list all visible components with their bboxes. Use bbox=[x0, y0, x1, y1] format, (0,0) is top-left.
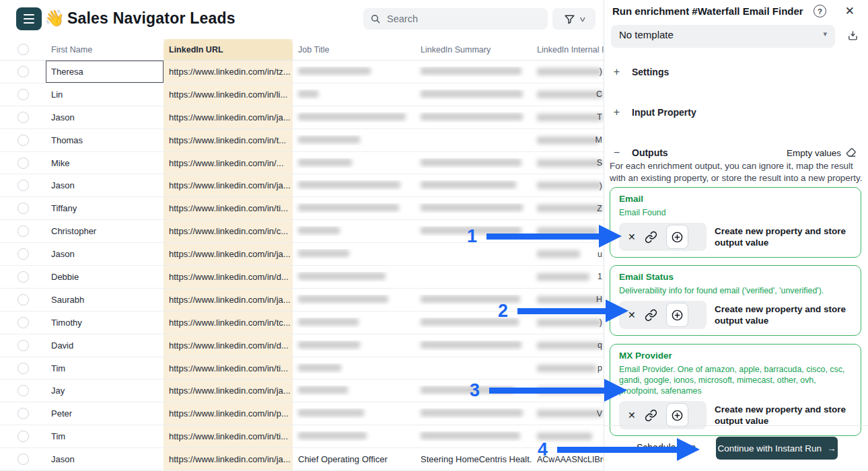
column-header-job-title[interactable]: Job Title bbox=[293, 45, 415, 55]
create-property-button[interactable] bbox=[666, 303, 688, 327]
row-checkbox[interactable] bbox=[17, 112, 29, 123]
linkedin-summary-cell[interactable] bbox=[415, 67, 532, 77]
row-checkbox[interactable] bbox=[17, 317, 29, 328]
linkedin-url-cell[interactable]: https://www.linkedin.com/in/c... bbox=[164, 226, 293, 236]
linkedin-internal-id-cell[interactable]: ) bbox=[532, 312, 604, 334]
row-checkbox[interactable] bbox=[17, 180, 29, 191]
schedule-run-button[interactable]: Schedule Run bbox=[637, 442, 696, 453]
linkedin-url-cell[interactable]: https://www.linkedin.com/in/... bbox=[164, 158, 293, 168]
linkedin-summary-cell[interactable] bbox=[415, 386, 532, 396]
linkedin-url-cell[interactable]: https://www.linkedin.com/in/ja... bbox=[164, 249, 293, 259]
linkedin-internal-id-cell[interactable]: T bbox=[532, 106, 604, 129]
row-checkbox[interactable] bbox=[17, 363, 29, 374]
linkedin-summary-cell[interactable] bbox=[415, 226, 532, 236]
job-title-cell[interactable] bbox=[293, 363, 415, 373]
row-checkbox[interactable] bbox=[17, 385, 29, 396]
first-name-cell[interactable]: Jay bbox=[46, 379, 164, 402]
linkedin-summary-cell[interactable] bbox=[415, 340, 532, 351]
job-title-cell[interactable] bbox=[293, 158, 415, 168]
linkedin-url-cell[interactable]: https://www.linkedin.com/in/ti... bbox=[164, 203, 293, 213]
row-checkbox[interactable] bbox=[17, 135, 29, 146]
job-title-cell[interactable] bbox=[293, 180, 415, 190]
job-title-cell[interactable] bbox=[293, 431, 415, 441]
template-select[interactable]: No template ▾ bbox=[611, 25, 835, 48]
linkedin-internal-id-cell[interactable]: u bbox=[532, 243, 604, 265]
first-name-cell[interactable]: Peter bbox=[46, 402, 164, 425]
save-template-icon[interactable] bbox=[847, 30, 859, 44]
row-checkbox[interactable] bbox=[17, 431, 29, 442]
linkedin-url-cell[interactable]: https://www.linkedin.com/in/tc... bbox=[164, 318, 293, 328]
linkedin-url-cell[interactable]: https://www.linkedin.com/in/li... bbox=[164, 89, 293, 100]
first-name-cell[interactable]: Tim bbox=[46, 425, 164, 447]
column-header-linkedin-internal-id[interactable]: LinkedIn Internal ID bbox=[532, 39, 604, 60]
linkedin-summary-cell[interactable] bbox=[415, 89, 532, 100]
row-checkbox[interactable] bbox=[17, 66, 29, 77]
map-existing-property-icon[interactable] bbox=[645, 309, 657, 322]
column-header-linkedin-url[interactable]: LinkedIn URL bbox=[164, 45, 293, 55]
job-title-cell[interactable] bbox=[293, 386, 415, 396]
section-input-property[interactable]: + Input Property bbox=[612, 105, 860, 120]
close-icon[interactable]: ✕ bbox=[845, 4, 855, 18]
first-name-cell[interactable]: Tim bbox=[46, 357, 164, 379]
linkedin-internal-id-cell[interactable]: 1 bbox=[532, 266, 604, 288]
empty-values-button[interactable]: Empty values bbox=[787, 148, 841, 158]
linkedin-summary-cell[interactable] bbox=[415, 158, 532, 168]
first-name-cell[interactable]: Mike bbox=[46, 152, 164, 174]
linkedin-summary-cell[interactable] bbox=[415, 431, 532, 441]
create-property-button[interactable] bbox=[666, 403, 688, 427]
section-outputs[interactable]: − Outputs Empty values bbox=[612, 145, 860, 160]
eraser-icon[interactable] bbox=[846, 147, 857, 161]
linkedin-internal-id-cell[interactable]: ) bbox=[532, 61, 604, 83]
linkedin-internal-id-cell[interactable] bbox=[532, 425, 604, 447]
linkedin-url-cell[interactable]: https://www.linkedin.com/in/tz... bbox=[164, 67, 293, 77]
row-checkbox[interactable] bbox=[17, 225, 29, 237]
first-name-cell[interactable]: Jason bbox=[46, 243, 164, 265]
row-checkbox[interactable] bbox=[17, 203, 29, 214]
create-property-button[interactable] bbox=[666, 225, 688, 249]
continue-instant-run-button[interactable]: Continue with Instant Run → bbox=[716, 437, 838, 460]
row-checkbox[interactable] bbox=[17, 157, 29, 169]
linkedin-internal-id-cell[interactable]: S bbox=[532, 152, 604, 174]
first-name-cell[interactable]: Tiffany bbox=[46, 197, 164, 219]
first-name-cell[interactable]: Debbie bbox=[46, 266, 164, 288]
job-title-cell[interactable] bbox=[293, 203, 415, 213]
linkedin-url-cell[interactable]: https://www.linkedin.com/in/p... bbox=[164, 408, 293, 419]
linkedin-url-cell[interactable]: https://www.linkedin.com/in/ja... bbox=[164, 386, 293, 396]
linkedin-url-cell[interactable]: https://www.linkedin.com/in/ja... bbox=[164, 112, 293, 122]
row-checkbox[interactable] bbox=[17, 248, 29, 260]
job-title-cell[interactable] bbox=[293, 112, 415, 122]
linkedin-summary-cell[interactable] bbox=[415, 295, 532, 305]
job-title-cell[interactable] bbox=[293, 295, 415, 305]
first-name-cell[interactable]: Saurabh bbox=[46, 289, 164, 311]
row-checkbox[interactable] bbox=[17, 294, 29, 305]
linkedin-url-cell[interactable]: https://www.linkedin.com/in/ja... bbox=[164, 180, 293, 190]
job-title-cell[interactable]: Chief Operating Officer bbox=[293, 454, 415, 464]
linkedin-url-cell[interactable]: https://www.linkedin.com/in/ja... bbox=[164, 454, 293, 464]
first-name-cell[interactable]: Theresa bbox=[46, 61, 164, 83]
job-title-cell[interactable] bbox=[293, 249, 415, 259]
job-title-cell[interactable] bbox=[293, 226, 415, 236]
linkedin-internal-id-cell[interactable]: V bbox=[532, 402, 604, 425]
search-box[interactable] bbox=[363, 8, 548, 30]
ignore-output-icon[interactable]: ✕ bbox=[628, 310, 636, 320]
job-title-cell[interactable] bbox=[293, 67, 415, 77]
ignore-output-icon[interactable]: ✕ bbox=[628, 410, 636, 420]
first-name-cell[interactable]: David bbox=[46, 334, 164, 357]
row-checkbox[interactable] bbox=[17, 271, 29, 283]
linkedin-internal-id-cell[interactable]: p bbox=[532, 357, 604, 379]
first-name-cell[interactable]: Jason bbox=[46, 174, 164, 196]
row-checkbox[interactable] bbox=[17, 89, 29, 100]
help-icon[interactable]: ? bbox=[813, 5, 826, 17]
job-title-cell[interactable] bbox=[293, 340, 415, 351]
first-name-cell[interactable]: Christopher bbox=[46, 220, 164, 242]
row-checkbox[interactable] bbox=[17, 340, 29, 351]
job-title-cell[interactable] bbox=[293, 408, 415, 419]
first-name-cell[interactable]: Jason bbox=[46, 106, 164, 129]
menu-button[interactable] bbox=[16, 7, 42, 30]
linkedin-internal-id-cell[interactable]: ) bbox=[532, 174, 604, 196]
map-existing-property-icon[interactable] bbox=[645, 231, 657, 244]
search-input[interactable] bbox=[387, 13, 528, 24]
linkedin-internal-id-cell[interactable]: q bbox=[532, 334, 604, 357]
job-title-cell[interactable] bbox=[293, 318, 415, 328]
linkedin-summary-cell[interactable]: Steering HomeCentris Healt... bbox=[415, 454, 532, 464]
